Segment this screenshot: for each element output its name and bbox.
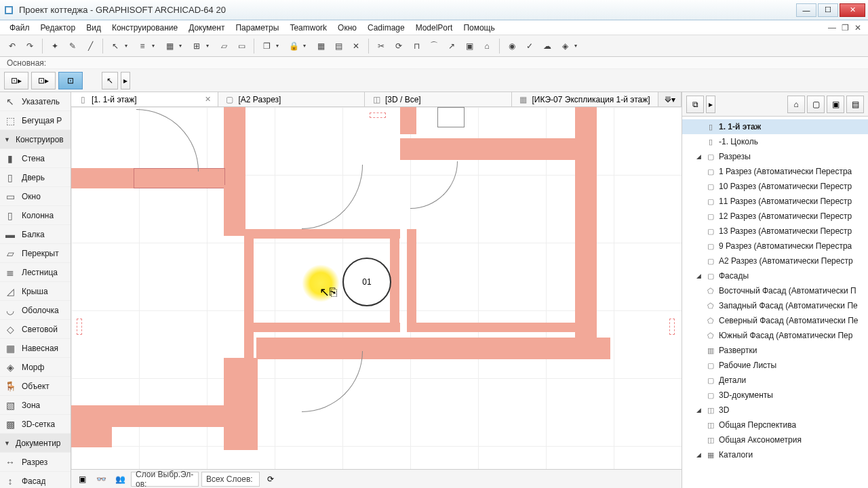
pick-button[interactable]: ✦	[47, 38, 63, 54]
editplane-button[interactable]: ▦	[161, 38, 178, 54]
tree-item[interactable]: ▢1 Разрез (Автоматически Перестра	[682, 164, 868, 179]
mdi-restore-button[interactable]: ❐	[839, 23, 851, 33]
nav-mode-dropdown[interactable]: ▸	[706, 96, 715, 113]
tab-switcher-button[interactable]: ⟱▾	[658, 92, 682, 106]
toolbox-construct-header[interactable]: ▼Конструиров	[0, 130, 71, 149]
dropdown-icon[interactable]: ▾	[206, 43, 214, 49]
dropdown-icon[interactable]: ▾	[574, 43, 583, 49]
render-button[interactable]: ◉	[504, 38, 520, 54]
resize-button[interactable]: ↗	[443, 38, 460, 54]
dropdown-icon[interactable]: ▾	[276, 43, 284, 49]
tree-item[interactable]: ▢9 Разрез (Автоматически Перестра	[682, 239, 868, 253]
tool-section[interactable]: ↔Разрез	[0, 453, 71, 472]
adjust-button[interactable]: ⟳	[391, 38, 407, 54]
menu-teamwork[interactable]: Teamwork	[284, 22, 332, 34]
tool-morph[interactable]: ◈Морф	[0, 358, 71, 377]
tool-marquee[interactable]: ⬚Бегущая Р	[0, 111, 71, 130]
reset-button[interactable]: ✕	[348, 38, 364, 54]
mdi-close-button[interactable]: ✕	[852, 23, 864, 33]
ruler-button[interactable]: ▱	[216, 38, 232, 54]
sel-arrow-button[interactable]: ↖	[102, 72, 118, 89]
minimize-button[interactable]: —	[796, 3, 816, 17]
list-button[interactable]: ▤	[330, 38, 347, 54]
refresh-button[interactable]: ⟳	[262, 472, 279, 487]
tool-curtainwall[interactable]: ▦Навесная	[0, 339, 71, 358]
tab-floorplan[interactable]: ▯[1. 1-й этаж]✕	[71, 92, 218, 106]
tree-item[interactable]: ▢11 Разрез (Автоматически Перестр	[682, 194, 868, 209]
dropdown-icon[interactable]: ▾	[152, 43, 160, 49]
nav-layout-button[interactable]: ▣	[827, 96, 844, 113]
tree-item-floor1[interactable]: ▯1. 1-й этаж	[682, 119, 868, 134]
tab-close-button[interactable]: ✕	[205, 95, 211, 104]
sel-mode-1-button[interactable]: ⊡▸	[4, 72, 28, 89]
tab-section[interactable]: ▢[A2 Разрез]	[218, 92, 366, 106]
dropdown-icon[interactable]: ▾	[179, 43, 187, 49]
lock-button[interactable]: 🔒	[285, 38, 302, 54]
tool-object[interactable]: 🪑Объект	[0, 377, 71, 396]
tree-item-axo[interactable]: ◫Общая Аксонометрия	[682, 432, 868, 447]
tool-window[interactable]: ▭Окно	[0, 187, 71, 206]
tool-wall[interactable]: ▮Стена	[0, 149, 71, 168]
trace-button[interactable]: ▭	[233, 38, 250, 54]
tree-item-interior[interactable]: ▥Развертки	[682, 343, 868, 358]
tab-3d[interactable]: ◫[3D / Все]	[365, 92, 512, 106]
status-icon-3[interactable]: 👥	[112, 472, 128, 487]
tree-item[interactable]: ▢A2 Разрез (Автоматически Перестр	[682, 253, 868, 268]
tool-beam[interactable]: ▬Балка	[0, 225, 71, 244]
tree-item-3ddocs[interactable]: ▢3D-документы	[682, 388, 868, 403]
tree-node-sections[interactable]: ◢▢Разрезы	[682, 149, 868, 164]
mdi-minimize-button[interactable]: —	[826, 23, 838, 33]
tree-node-3d[interactable]: ◢◫3D	[682, 403, 868, 418]
status-icon-1[interactable]: ▣	[74, 472, 90, 487]
redo-button[interactable]: ↷	[22, 38, 38, 54]
menu-parameters[interactable]: Параметры	[230, 22, 284, 34]
layers-button[interactable]: ❐	[258, 38, 275, 54]
dropdown-icon[interactable]: ▾	[303, 43, 311, 49]
nav-project-button[interactable]: ⌂	[787, 96, 805, 113]
tool-pointer[interactable]: ↖Указатель	[0, 92, 71, 111]
tree-item-perspective[interactable]: ◫Общая Перспектива	[682, 418, 868, 432]
tree-item[interactable]: ⬠Южный Фасад (Автоматически Пер	[682, 328, 868, 343]
menu-view[interactable]: Вид	[81, 22, 106, 34]
cursor-snap-button[interactable]: ↖	[107, 38, 123, 54]
sel-mode-3-button[interactable]: ⊡	[58, 72, 83, 89]
menu-construction[interactable]: Конструирование	[106, 22, 183, 34]
tool-slab[interactable]: ▱Перекрыт	[0, 244, 71, 263]
zone-marker[interactable]: 01	[342, 258, 391, 306]
box-button[interactable]: ◈	[557, 38, 573, 54]
status-icon-2[interactable]: 👓	[93, 472, 109, 487]
tool-shell[interactable]: ◡Оболочка	[0, 301, 71, 320]
tree-node-catalogs[interactable]: ◢▦Каталоги	[682, 447, 868, 462]
maximize-button[interactable]: ☐	[818, 3, 838, 17]
tree-node-elevations[interactable]: ◢▢Фасады	[682, 268, 868, 283]
explode-button[interactable]: ▣	[461, 38, 477, 54]
grid-button[interactable]: ⊞	[189, 38, 205, 54]
toolbox-document-header[interactable]: ▼Документир	[0, 434, 71, 453]
menu-file[interactable]: Файл	[4, 22, 35, 34]
measure-button[interactable]: ✓	[521, 38, 538, 54]
tree-item[interactable]: ▢13 Разрез (Автоматически Перестр	[682, 224, 868, 239]
tree-item-worksheets[interactable]: ▢Рабочие Листы	[682, 358, 868, 373]
tree-item[interactable]: ▢10 Разрез (Автоматически Перестр	[682, 179, 868, 194]
sel-mode-2-button[interactable]: ⊡▸	[31, 72, 56, 89]
eyedropper-button[interactable]: ╱	[82, 38, 98, 54]
split-button[interactable]: ✂	[373, 38, 389, 54]
suspend-button[interactable]: ▦	[313, 38, 329, 54]
menu-editor[interactable]: Редактор	[35, 22, 81, 34]
undo-button[interactable]: ↶	[4, 38, 20, 54]
nav-view-button[interactable]: ▢	[807, 96, 825, 113]
guideline-button[interactable]: ≡	[134, 38, 151, 54]
menu-modelport[interactable]: ModelPort	[410, 22, 458, 34]
menu-document[interactable]: Документ	[183, 22, 230, 34]
cloud-button[interactable]: ☁	[539, 38, 555, 54]
tree-item[interactable]: ⬠Западный Фасад (Автоматически Пе	[682, 298, 868, 313]
tab-schedule[interactable]: ▦[ИКЭ-07 Экспликация 1-й этаж]	[512, 92, 659, 106]
all-layers-field[interactable]: Всех Слоев:	[201, 472, 260, 487]
menu-cadimage[interactable]: Cadimage	[362, 22, 410, 34]
tool-column[interactable]: ▯Колонна	[0, 206, 71, 225]
tool-stair[interactable]: ≣Лестница	[0, 263, 71, 282]
menu-window[interactable]: Окно	[332, 22, 362, 34]
menu-help[interactable]: Помощь	[458, 22, 500, 34]
tool-zone[interactable]: ▧Зона	[0, 396, 71, 415]
dropdown-icon[interactable]: ▾	[125, 43, 133, 49]
